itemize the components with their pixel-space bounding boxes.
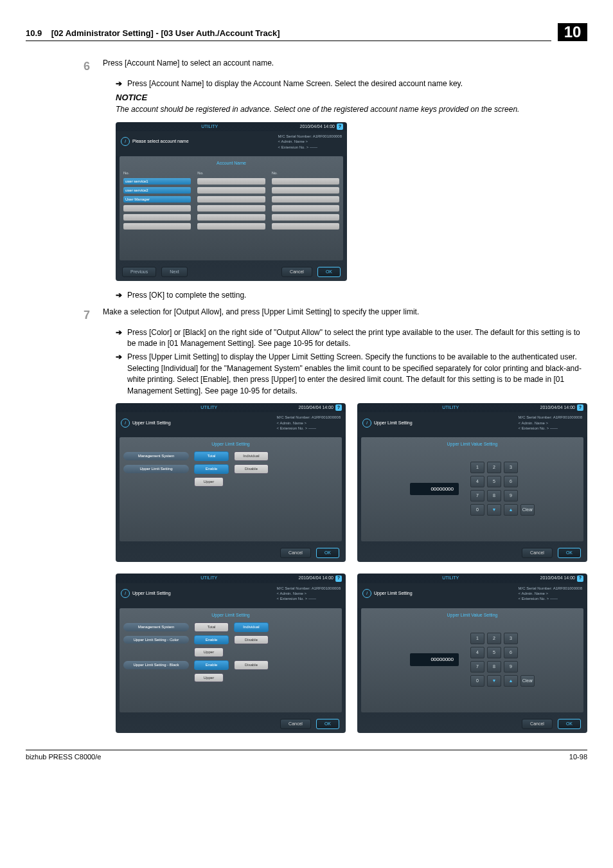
disable-button[interactable]: Disable bbox=[234, 464, 269, 474]
account-key-empty[interactable] bbox=[272, 205, 339, 212]
account-key-empty[interactable] bbox=[272, 196, 339, 203]
enable-button[interactable]: Enable bbox=[194, 464, 229, 474]
account-key-empty[interactable] bbox=[197, 178, 265, 185]
bullet-text: Press [OK] to complete the setting. bbox=[127, 290, 246, 301]
cancel-button[interactable]: Cancel bbox=[280, 548, 311, 558]
key-7[interactable]: 7 bbox=[470, 661, 484, 673]
key-8[interactable]: 8 bbox=[487, 661, 501, 673]
arrow-icon: ➔ bbox=[116, 290, 127, 301]
account-key-empty[interactable] bbox=[197, 205, 265, 212]
key-3[interactable]: 3 bbox=[504, 633, 518, 644]
footer-product: bizhub PRESS C8000/e bbox=[26, 753, 101, 761]
enable-button[interactable]: Enable bbox=[194, 660, 229, 670]
key-down[interactable]: ▼ bbox=[487, 675, 501, 687]
account-key-empty[interactable] bbox=[123, 223, 191, 230]
ok-button[interactable]: OK bbox=[317, 267, 341, 277]
key-up[interactable]: ▲ bbox=[504, 504, 518, 516]
key-up[interactable]: ▲ bbox=[504, 675, 518, 687]
key-7[interactable]: 7 bbox=[470, 490, 484, 502]
key-9[interactable]: 9 bbox=[504, 490, 518, 502]
key-1[interactable]: 1 bbox=[470, 633, 484, 644]
key-5[interactable]: 5 bbox=[487, 647, 501, 658]
ok-button[interactable]: OK bbox=[558, 719, 581, 729]
info-icon: i bbox=[362, 419, 371, 428]
key-clear[interactable]: Clear bbox=[520, 504, 535, 516]
key-6[interactable]: 6 bbox=[504, 476, 518, 487]
key-2[interactable]: 2 bbox=[487, 633, 501, 644]
key-6[interactable]: 6 bbox=[504, 647, 518, 658]
machine-meta: M/C Serial Number: A1RF001000008 < Admin… bbox=[278, 134, 342, 150]
account-key[interactable]: user service1 bbox=[123, 178, 191, 185]
utility-label: UTILITY bbox=[200, 404, 217, 411]
account-key-empty[interactable] bbox=[123, 205, 191, 212]
notice-title: NOTICE bbox=[116, 92, 587, 104]
cancel-button[interactable]: Cancel bbox=[522, 719, 553, 729]
help-icon[interactable]: ? bbox=[577, 404, 583, 411]
disable-button[interactable]: Disable bbox=[234, 660, 269, 670]
account-key-empty[interactable] bbox=[197, 223, 265, 230]
management-system-label: Management System bbox=[123, 452, 189, 460]
value-display: 00000000 bbox=[410, 653, 459, 666]
key-down[interactable]: ▼ bbox=[487, 504, 501, 516]
panel-title: Upper Limit Value Setting bbox=[365, 612, 580, 619]
total-button[interactable]: Total bbox=[194, 622, 229, 632]
account-key-empty[interactable] bbox=[272, 178, 339, 185]
ok-button[interactable]: OK bbox=[316, 719, 339, 729]
column-label: No. bbox=[272, 170, 339, 176]
cancel-button[interactable]: Cancel bbox=[522, 548, 553, 558]
disable-button[interactable]: Disable bbox=[234, 635, 269, 645]
previous-button[interactable]: Previous bbox=[122, 267, 156, 277]
account-key-empty[interactable] bbox=[123, 214, 191, 221]
account-key-empty[interactable] bbox=[197, 196, 265, 203]
key-2[interactable]: 2 bbox=[487, 462, 501, 473]
key-0[interactable]: 0 bbox=[470, 675, 484, 687]
timestamp: 2010/04/04 14:00 bbox=[299, 575, 334, 581]
key-5[interactable]: 5 bbox=[487, 476, 501, 487]
panel-title: Account Name bbox=[123, 160, 339, 167]
help-icon[interactable]: ? bbox=[335, 404, 342, 411]
account-key-empty[interactable] bbox=[272, 223, 339, 230]
account-key-empty[interactable] bbox=[197, 214, 265, 221]
info-icon: i bbox=[121, 137, 130, 146]
upper-limit-black-label: Upper Limit Setting - Black bbox=[123, 661, 189, 669]
account-key-empty[interactable] bbox=[272, 187, 339, 194]
ok-button[interactable]: OK bbox=[558, 548, 581, 558]
enable-button[interactable]: Enable bbox=[194, 635, 229, 645]
footer-page: 10-98 bbox=[569, 753, 587, 761]
next-button[interactable]: Next bbox=[161, 267, 187, 277]
cancel-button[interactable]: Cancel bbox=[280, 719, 311, 729]
ok-button[interactable]: OK bbox=[316, 548, 339, 558]
key-4[interactable]: 4 bbox=[470, 647, 484, 658]
account-key-empty[interactable] bbox=[272, 214, 339, 221]
key-3[interactable]: 3 bbox=[504, 462, 518, 473]
info-icon: i bbox=[362, 589, 371, 598]
key-4[interactable]: 4 bbox=[470, 476, 484, 487]
total-button[interactable]: Total bbox=[194, 451, 229, 461]
account-key[interactable]: user service2 bbox=[123, 187, 191, 194]
keypad: 1 2 3 4 5 6 7 8 9 0 bbox=[470, 462, 535, 516]
upper-button[interactable]: Upper bbox=[194, 673, 224, 683]
bullet-text: Press [Account Name] to display the Acco… bbox=[127, 78, 463, 89]
upper-limit-individual-screen: UTILITY 2010/04/04 14:00? iUpper Limit S… bbox=[116, 574, 346, 732]
individual-button[interactable]: Individual bbox=[234, 622, 269, 632]
upper-button[interactable]: Upper bbox=[194, 647, 224, 657]
account-key[interactable]: User Manager bbox=[123, 196, 191, 203]
notice-body: The account should be registered in adva… bbox=[116, 104, 587, 115]
account-key-empty[interactable] bbox=[197, 187, 265, 194]
help-icon[interactable]: ? bbox=[337, 123, 343, 130]
upper-button[interactable]: Upper bbox=[194, 477, 224, 487]
individual-button[interactable]: Individual bbox=[234, 451, 269, 461]
screen-title: Upper Limit Setting bbox=[374, 590, 413, 597]
key-clear[interactable]: Clear bbox=[520, 675, 535, 687]
cancel-button[interactable]: Cancel bbox=[281, 267, 312, 277]
info-icon: i bbox=[121, 419, 130, 428]
help-icon[interactable]: ? bbox=[335, 575, 342, 582]
key-9[interactable]: 9 bbox=[504, 661, 518, 673]
timestamp: 2010/04/04 14:00 bbox=[299, 404, 334, 411]
help-icon[interactable]: ? bbox=[577, 575, 583, 582]
key-1[interactable]: 1 bbox=[470, 462, 484, 473]
arrow-icon: ➔ bbox=[116, 327, 127, 350]
key-8[interactable]: 8 bbox=[487, 490, 501, 502]
key-0[interactable]: 0 bbox=[470, 504, 484, 516]
value-display: 00000000 bbox=[410, 483, 459, 496]
